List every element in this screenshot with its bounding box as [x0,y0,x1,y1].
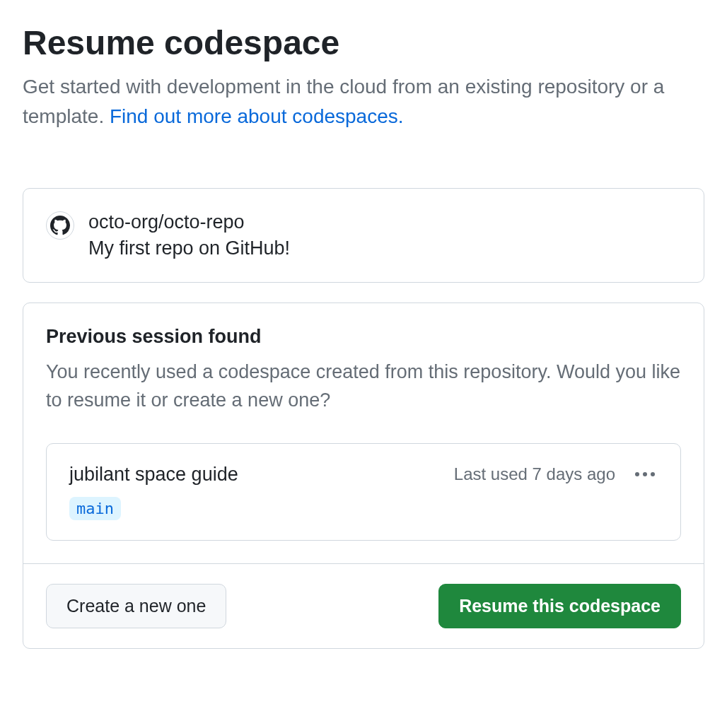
codespace-meta: Last used 7 days ago [454,464,658,484]
octocat-icon [50,216,70,235]
codespace-item: jubilant space guide Last used 7 days ag… [46,443,681,541]
session-footer: Create a new one Resume this codespace [23,563,704,648]
repository-card: octo-org/octo-repo My first repo on GitH… [23,188,704,283]
session-title: Previous session found [46,326,681,348]
kebab-menu-icon[interactable] [632,469,658,479]
resume-codespace-button[interactable]: Resume this codespace [438,584,681,628]
codespace-name: jubilant space guide [69,464,238,486]
learn-more-link[interactable]: Find out more about codespaces. [110,105,404,127]
last-used-label: Last used 7 days ago [454,464,615,484]
repo-name: octo-org/octo-repo [88,211,290,233]
session-body: Previous session found You recently used… [23,303,704,563]
page-subtitle: Get started with development in the clou… [23,72,704,131]
page-title: Resume codespace [23,23,704,64]
repo-description: My first repo on GitHub! [88,237,290,259]
repo-info: octo-org/octo-repo My first repo on GitH… [88,211,290,259]
create-new-button[interactable]: Create a new one [46,584,226,628]
branch-badge: main [69,497,121,520]
repo-avatar [46,211,74,240]
previous-session-card: Previous session found You recently used… [23,303,704,649]
session-description: You recently used a codespace created fr… [46,358,681,415]
codespace-row: jubilant space guide Last used 7 days ag… [69,464,658,486]
